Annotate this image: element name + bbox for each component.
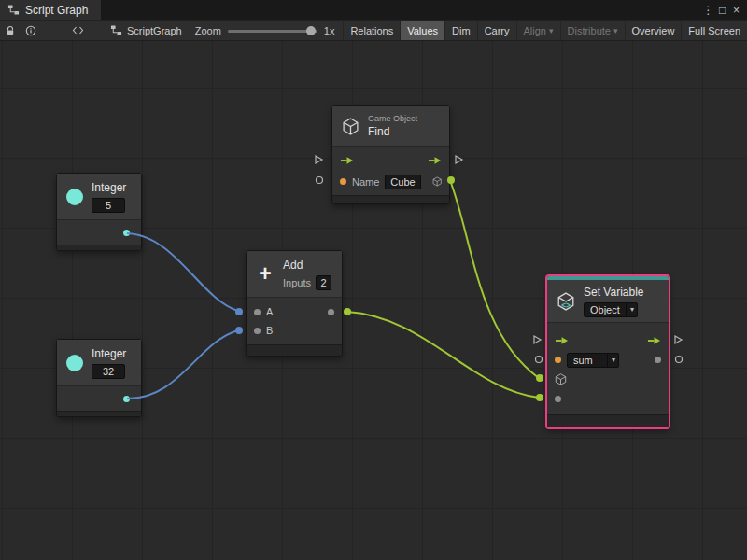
port-label-b: B [266, 325, 273, 336]
flow-out-port-setvariable[interactable] [675, 336, 682, 343]
zoom-slider-track [228, 30, 317, 33]
value-in-port-find[interactable] [317, 177, 323, 184]
tab-title: Script Graph [25, 4, 88, 17]
flow-out-port-find[interactable] [456, 156, 462, 163]
wire-find-to-setvariable-object [451, 183, 539, 378]
inputs-label: Inputs [283, 277, 311, 288]
node-set-variable[interactable]: <> Set Variable Object [546, 275, 669, 428]
object-target-port-icon[interactable] [555, 373, 567, 385]
lock-button[interactable] [0, 21, 21, 40]
code-view-button[interactable] [67, 21, 88, 40]
node-title: Add [283, 259, 331, 272]
connected-port-setvariable-value[interactable] [536, 394, 543, 401]
integer-value-field[interactable]: 32 [92, 364, 125, 379]
zoom-value: 1x [324, 25, 335, 36]
inputs-count-field[interactable]: 2 [316, 275, 331, 290]
chevron-down-icon [607, 354, 615, 367]
name-input-port[interactable] [340, 178, 346, 185]
values-button[interactable]: Values [400, 21, 444, 40]
node-title: Integer [92, 347, 126, 360]
graph-icon [110, 24, 122, 36]
overview-button[interactable]: Overview [625, 21, 682, 40]
graph-toolbar: ScriptGraph Zoom 1x Relations Values Dim… [0, 20, 747, 41]
port-label-a: A [266, 306, 273, 317]
variable-name-value: sum [573, 355, 593, 366]
integer-type-icon [66, 355, 83, 371]
window-menu-icon[interactable]: ⋮ [701, 4, 715, 17]
integer-type-icon [66, 189, 83, 205]
integer-output-port[interactable] [123, 230, 130, 236]
svg-text:<>: <> [561, 300, 571, 309]
variable-kind-value: Object [590, 304, 620, 315]
full-screen-button[interactable]: Full Screen [681, 21, 747, 40]
info-icon [25, 25, 36, 36]
wire-add-to-setvariable-value [347, 312, 539, 398]
flow-in-arrow-icon[interactable] [555, 336, 569, 345]
name-label: Name [352, 176, 379, 188]
breadcrumb-label: ScriptGraph [127, 25, 182, 36]
name-in-port-setvariable[interactable] [536, 357, 543, 363]
value-output-port[interactable] [655, 357, 661, 363]
window-close-icon[interactable]: × [729, 4, 743, 17]
output-port-sum[interactable] [328, 309, 334, 315]
node-category: Game Object [368, 114, 417, 123]
integer-value-field[interactable]: 5 [92, 198, 125, 213]
game-object-output-icon[interactable] [432, 175, 442, 188]
relations-button[interactable]: Relations [343, 21, 400, 40]
flow-out-arrow-icon[interactable] [428, 156, 442, 165]
distribute-dropdown-button[interactable]: Distribute [560, 21, 625, 40]
chevron-down-icon [626, 303, 634, 316]
flow-out-arrow-icon[interactable] [647, 336, 661, 345]
graph-icon [7, 4, 20, 16]
node-integer-5[interactable]: Integer 5 [56, 173, 142, 251]
wire-integer32-to-add-b [127, 330, 238, 399]
node-add[interactable]: + Add Inputs 2 A B [246, 250, 343, 357]
info-button[interactable] [21, 21, 41, 40]
name-value-field[interactable]: Cube [385, 175, 420, 189]
flow-in-arrow-icon[interactable] [340, 156, 354, 165]
connected-port-setvariable-object[interactable] [536, 374, 543, 382]
value-input-port[interactable] [555, 396, 561, 402]
window-controls: ⋮ □ × [701, 0, 747, 20]
node-title: Set Variable [584, 286, 643, 299]
variable-name-port[interactable] [555, 357, 561, 363]
game-object-cube-icon [342, 118, 359, 135]
connected-port-add-a[interactable] [235, 308, 243, 315]
graph-canvas[interactable]: Integer 5 Integer 32 + Add [0, 41, 747, 560]
node-game-object-find[interactable]: Game Object Find Name Cube [331, 105, 450, 204]
connected-port-add-out[interactable] [344, 308, 351, 315]
add-icon: + [256, 263, 275, 285]
set-variable-icon: <> [557, 292, 575, 311]
variable-name-dropdown[interactable]: sum [567, 353, 619, 368]
flow-in-port-setvariable[interactable] [534, 336, 541, 343]
zoom-slider-handle[interactable] [306, 26, 316, 35]
input-port-b[interactable] [254, 328, 261, 334]
align-dropdown-button[interactable]: Align [516, 21, 560, 40]
variable-kind-dropdown[interactable]: Object [584, 302, 638, 317]
window-titlebar: Script Graph ⋮ □ × [0, 0, 747, 20]
connected-port-add-b[interactable] [235, 327, 243, 334]
zoom-label: Zoom [195, 25, 221, 36]
breadcrumb-graph[interactable]: ScriptGraph [103, 24, 190, 36]
integer-output-port[interactable] [123, 396, 130, 402]
node-title: Find [368, 125, 417, 138]
code-icon [72, 25, 84, 35]
carry-button[interactable]: Carry [477, 21, 516, 40]
toolbar-buttons: Relations Values Dim Carry Align Distrib… [343, 21, 747, 40]
lock-icon [5, 25, 16, 36]
zoom-control: Zoom 1x [190, 25, 341, 36]
node-integer-32[interactable]: Integer 32 [56, 339, 142, 417]
value-out-port-setvariable[interactable] [676, 357, 683, 363]
window-maximize-icon[interactable]: □ [715, 4, 729, 17]
input-port-a[interactable] [254, 309, 261, 315]
wire-integer5-to-add-a [127, 233, 238, 311]
tab-script-graph[interactable]: Script Graph [0, 0, 101, 20]
dim-button[interactable]: Dim [444, 21, 477, 40]
flow-in-port-find[interactable] [316, 156, 322, 163]
node-title: Integer [92, 181, 126, 194]
zoom-slider[interactable] [228, 25, 317, 36]
